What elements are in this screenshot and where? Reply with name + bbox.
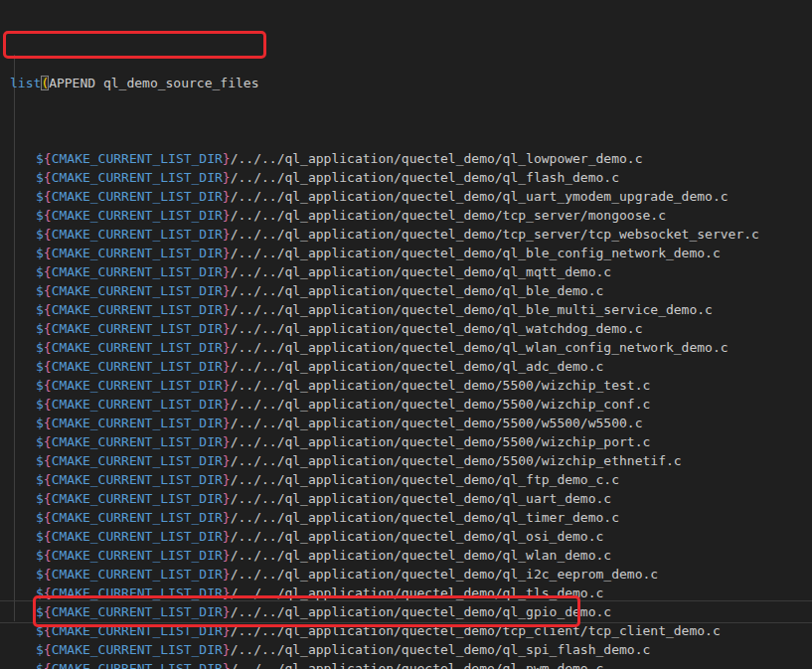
code-editor[interactable]: list(APPEND ql_demo_source_files ${CMAKE… bbox=[0, 0, 812, 669]
variable-name: CMAKE_CURRENT_LIST_DIR bbox=[52, 340, 223, 355]
variable-name: CMAKE_CURRENT_LIST_DIR bbox=[52, 151, 223, 166]
variable-name: CMAKE_CURRENT_LIST_DIR bbox=[52, 453, 223, 468]
code-line-source-file[interactable]: ${CMAKE_CURRENT_LIST_DIR}/../../ql_appli… bbox=[36, 376, 759, 395]
variable-name: CMAKE_CURRENT_LIST_DIR bbox=[52, 623, 223, 638]
variable-close-brace: } bbox=[223, 151, 231, 166]
code-line-source-file[interactable]: ${CMAKE_CURRENT_LIST_DIR}/../../ql_appli… bbox=[36, 565, 759, 584]
variable-name: CMAKE_CURRENT_LIST_DIR bbox=[52, 529, 223, 544]
code-line-source-file[interactable]: ${CMAKE_CURRENT_LIST_DIR}/../../ql_appli… bbox=[36, 357, 759, 376]
variable-close-brace: } bbox=[223, 170, 231, 185]
code-line-source-file[interactable]: ${CMAKE_CURRENT_LIST_DIR}/../../ql_appli… bbox=[36, 489, 759, 508]
cmake-command-list: list bbox=[10, 76, 41, 90]
variable-name: CMAKE_CURRENT_LIST_DIR bbox=[52, 472, 223, 487]
variable-name: CMAKE_CURRENT_LIST_DIR bbox=[52, 491, 223, 506]
code-line-source-file[interactable]: ${CMAKE_CURRENT_LIST_DIR}/../../ql_appli… bbox=[36, 414, 759, 432]
code-line-source-file[interactable]: ${CMAKE_CURRENT_LIST_DIR}/../../ql_appli… bbox=[36, 187, 759, 206]
file-path: /../../ql_application/quectel_demo/ql_gp… bbox=[231, 604, 612, 619]
variable-dollar: $ bbox=[36, 321, 44, 336]
variable-open-brace: { bbox=[44, 208, 52, 223]
source-file-lines[interactable]: ${CMAKE_CURRENT_LIST_DIR}/../../ql_appli… bbox=[10, 149, 759, 669]
variable-name: CMAKE_CURRENT_LIST_DIR bbox=[52, 189, 223, 204]
variable-open-brace: { bbox=[44, 397, 52, 412]
file-path: /../../ql_application/quectel_demo/ql_i2… bbox=[231, 567, 658, 582]
variable-open-brace: { bbox=[44, 378, 52, 393]
variable-dollar: $ bbox=[36, 340, 44, 355]
code-line-source-file[interactable]: ${CMAKE_CURRENT_LIST_DIR}/../../ql_appli… bbox=[36, 225, 759, 244]
code-line-source-file[interactable]: ${CMAKE_CURRENT_LIST_DIR}/../../ql_appli… bbox=[36, 168, 759, 187]
variable-dollar: $ bbox=[36, 246, 44, 260]
code-line-source-file[interactable]: ${CMAKE_CURRENT_LIST_DIR}/../../ql_appli… bbox=[36, 640, 759, 659]
variable-close-brace: } bbox=[223, 453, 231, 468]
variable-dollar: $ bbox=[36, 623, 44, 638]
list-arguments: APPEND ql_demo_source_files bbox=[49, 76, 258, 90]
variable-dollar: $ bbox=[36, 416, 44, 430]
code-line-source-file[interactable]: ${CMAKE_CURRENT_LIST_DIR}/../../ql_appli… bbox=[36, 206, 759, 225]
file-path: /../../ql_application/quectel_demo/5500/… bbox=[231, 453, 682, 468]
variable-name: CMAKE_CURRENT_LIST_DIR bbox=[52, 170, 223, 185]
variable-close-brace: } bbox=[223, 340, 231, 355]
variable-close-brace: } bbox=[223, 472, 231, 487]
variable-dollar: $ bbox=[36, 661, 44, 669]
variable-name: CMAKE_CURRENT_LIST_DIR bbox=[52, 661, 223, 669]
variable-name: CMAKE_CURRENT_LIST_DIR bbox=[52, 397, 223, 412]
code-line-source-file[interactable]: ${CMAKE_CURRENT_LIST_DIR}/../../ql_appli… bbox=[36, 395, 759, 414]
code-line-source-file[interactable]: ${CMAKE_CURRENT_LIST_DIR}/../../ql_appli… bbox=[36, 300, 759, 319]
variable-open-brace: { bbox=[44, 189, 52, 204]
code-line-source-file[interactable]: ${CMAKE_CURRENT_LIST_DIR}/../../ql_appli… bbox=[36, 149, 759, 168]
code-line-source-file[interactable]: ${CMAKE_CURRENT_LIST_DIR}/../../ql_appli… bbox=[36, 527, 759, 546]
code-line-source-file[interactable]: ${CMAKE_CURRENT_LIST_DIR}/../../ql_appli… bbox=[36, 546, 759, 565]
variable-dollar: $ bbox=[36, 529, 44, 544]
variable-close-brace: } bbox=[223, 378, 231, 393]
variable-name: CMAKE_CURRENT_LIST_DIR bbox=[52, 227, 223, 242]
variable-dollar: $ bbox=[36, 567, 44, 582]
file-path: /../../ql_application/quectel_demo/ql_bl… bbox=[231, 302, 713, 317]
code-line-source-file[interactable]: ${CMAKE_CURRENT_LIST_DIR}/../../ql_appli… bbox=[36, 244, 759, 262]
code-area[interactable]: list(APPEND ql_demo_source_files ${CMAKE… bbox=[10, 36, 759, 669]
variable-name: CMAKE_CURRENT_LIST_DIR bbox=[52, 283, 223, 298]
variable-open-brace: { bbox=[44, 491, 52, 506]
file-path: /../../ql_application/quectel_demo/ql_wa… bbox=[231, 321, 643, 336]
code-line-source-file[interactable]: ${CMAKE_CURRENT_LIST_DIR}/../../ql_appli… bbox=[36, 602, 759, 621]
code-line-source-file[interactable]: ${CMAKE_CURRENT_LIST_DIR}/../../ql_appli… bbox=[36, 584, 759, 602]
variable-name: CMAKE_CURRENT_LIST_DIR bbox=[52, 567, 223, 582]
variable-open-brace: { bbox=[44, 661, 52, 669]
code-line-list-open[interactable]: list(APPEND ql_demo_source_files bbox=[10, 74, 759, 92]
variable-dollar: $ bbox=[36, 491, 44, 506]
file-path: /../../ql_application/quectel_demo/ql_ua… bbox=[231, 189, 729, 204]
variable-close-brace: } bbox=[223, 321, 231, 336]
variable-dollar: $ bbox=[36, 397, 44, 412]
variable-dollar: $ bbox=[36, 227, 44, 242]
file-path: /../../ql_application/quectel_demo/tcp_c… bbox=[231, 623, 721, 638]
code-line-source-file[interactable]: ${CMAKE_CURRENT_LIST_DIR}/../../ql_appli… bbox=[36, 659, 759, 669]
variable-open-brace: { bbox=[44, 453, 52, 468]
variable-close-brace: } bbox=[223, 208, 231, 223]
variable-open-brace: { bbox=[44, 264, 52, 279]
variable-name: CMAKE_CURRENT_LIST_DIR bbox=[52, 264, 223, 279]
variable-open-brace: { bbox=[44, 246, 52, 260]
file-path: /../../ql_application/quectel_demo/ql_ti… bbox=[231, 510, 619, 525]
variable-close-brace: } bbox=[223, 246, 231, 260]
code-line-source-file[interactable]: ${CMAKE_CURRENT_LIST_DIR}/../../ql_appli… bbox=[36, 338, 759, 357]
variable-close-brace: } bbox=[223, 491, 231, 506]
code-line-source-file[interactable]: ${CMAKE_CURRENT_LIST_DIR}/../../ql_appli… bbox=[36, 508, 759, 527]
file-path: /../../ql_application/quectel_demo/ql_os… bbox=[231, 529, 604, 544]
variable-close-brace: } bbox=[223, 302, 231, 317]
code-line-source-file[interactable]: ${CMAKE_CURRENT_LIST_DIR}/../../ql_appli… bbox=[36, 470, 759, 489]
code-line-source-file[interactable]: ${CMAKE_CURRENT_LIST_DIR}/../../ql_appli… bbox=[36, 319, 759, 338]
file-path: /../../ql_application/quectel_demo/ql_bl… bbox=[231, 246, 721, 260]
code-line-source-file[interactable]: ${CMAKE_CURRENT_LIST_DIR}/../../ql_appli… bbox=[36, 621, 759, 640]
file-path: /../../ql_application/quectel_demo/ql_lo… bbox=[231, 151, 643, 166]
variable-name: CMAKE_CURRENT_LIST_DIR bbox=[52, 208, 223, 223]
variable-dollar: $ bbox=[36, 453, 44, 468]
variable-open-brace: { bbox=[44, 170, 52, 185]
code-line-source-file[interactable]: ${CMAKE_CURRENT_LIST_DIR}/../../ql_appli… bbox=[36, 451, 759, 470]
variable-name: CMAKE_CURRENT_LIST_DIR bbox=[52, 416, 223, 430]
variable-open-brace: { bbox=[44, 567, 52, 582]
code-line-source-file[interactable]: ${CMAKE_CURRENT_LIST_DIR}/../../ql_appli… bbox=[36, 281, 759, 300]
code-line-source-file[interactable]: ${CMAKE_CURRENT_LIST_DIR}/../../ql_appli… bbox=[36, 432, 759, 451]
variable-close-brace: } bbox=[223, 623, 231, 638]
code-line-source-file[interactable]: ${CMAKE_CURRENT_LIST_DIR}/../../ql_appli… bbox=[36, 262, 759, 281]
variable-name: CMAKE_CURRENT_LIST_DIR bbox=[52, 548, 223, 563]
variable-dollar: $ bbox=[36, 642, 44, 657]
open-paren: ( bbox=[41, 76, 49, 90]
